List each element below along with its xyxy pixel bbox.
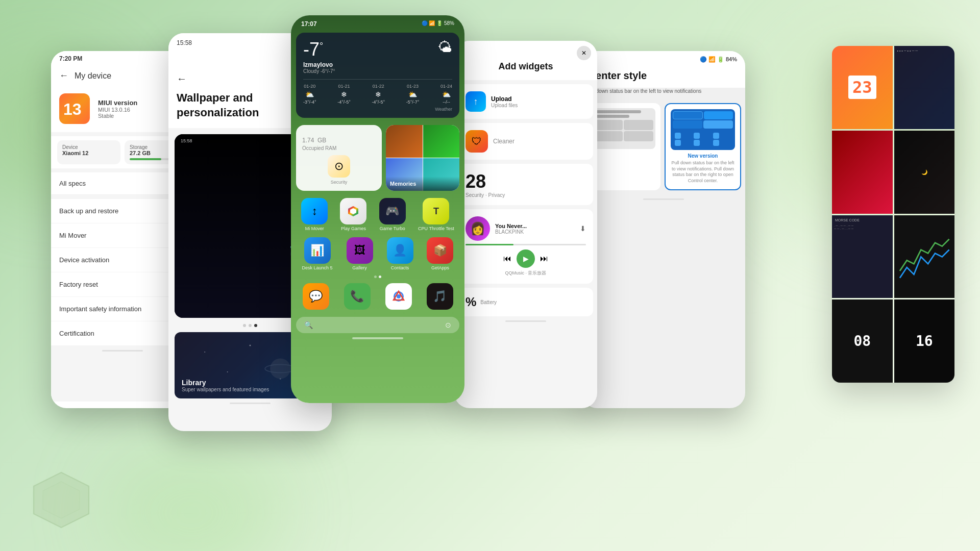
control-description: Pull down status bar on the left to view… bbox=[582, 88, 745, 99]
app-play-games[interactable]: Play Games bbox=[340, 198, 366, 231]
ram-widget[interactable]: 1.74 GB Occupied RAM ⊙ Security bbox=[296, 125, 382, 191]
app-messenger[interactable]: 💬 bbox=[303, 283, 329, 310]
control-status-icons: 🔵 📶 🔋 84% bbox=[700, 56, 737, 63]
forecast-day-4: 01-24 ⛅ --/-- bbox=[440, 84, 452, 105]
home-bottom-indicator bbox=[352, 337, 403, 339]
svg-point-4 bbox=[204, 352, 205, 353]
cpu-throttle-icon: T bbox=[423, 198, 449, 224]
cleaner-widget[interactable]: 🛡 Cleaner bbox=[458, 123, 593, 160]
game-turbo-label: Game Turbo bbox=[380, 226, 405, 231]
thumb-dark-icon: 🌙 bbox=[894, 131, 955, 214]
add-widgets-header: Add widgets bbox=[454, 41, 597, 80]
app-cpu-throttle[interactable]: T CPU Throttle Test bbox=[418, 198, 454, 231]
toggle-row-1 bbox=[673, 111, 733, 119]
device-card: Device Xiaomi 12 bbox=[57, 140, 120, 164]
home-dot-1 bbox=[374, 276, 377, 278]
app-desklaunch[interactable]: 📊 Desk Launch 5 bbox=[302, 237, 332, 270]
privacy-label: Security · Privacy bbox=[465, 192, 586, 198]
mi-search-icon: ⊙ bbox=[445, 321, 451, 329]
security-label: Security bbox=[302, 180, 376, 185]
contacts-label: Contacts bbox=[391, 265, 409, 270]
digit-display: 23 bbox=[848, 76, 876, 99]
app-getapps[interactable]: 📦 GetApps bbox=[427, 237, 453, 270]
device-card-value: Xiaomi 12 bbox=[62, 150, 115, 156]
app-phone[interactable]: 📞 bbox=[344, 283, 371, 310]
ram-icon-area: ⊙ bbox=[302, 155, 376, 178]
music-avatar: 👩 bbox=[465, 216, 490, 241]
miui-version-name: MIUI version bbox=[98, 99, 137, 107]
library-subtitle: Super wallpapers and featured images bbox=[182, 387, 269, 392]
music-widget[interactable]: 👩 You Never... BLACKPINK ⬇ ⏮ ▶ ⏭ QQMusic… bbox=[458, 209, 593, 284]
wallpaper-home-indicator bbox=[230, 403, 271, 404]
new-preview bbox=[671, 109, 735, 150]
game-turbo-icon: 🎮 bbox=[379, 198, 406, 224]
upload-widget[interactable]: ↑ Upload Upload files bbox=[458, 84, 593, 119]
storage-progress-fill bbox=[130, 158, 161, 160]
app-game-turbo[interactable]: 🎮 Game Turbo bbox=[379, 198, 406, 231]
app-contacts[interactable]: 👤 Contacts bbox=[387, 237, 413, 270]
upload-subtitle: Upload files bbox=[491, 103, 518, 108]
new-preview-items bbox=[671, 109, 735, 150]
overlay-time: 15:58 bbox=[181, 138, 192, 143]
chrome-icon bbox=[385, 283, 412, 310]
gallery-widget[interactable]: Memories Gallery bbox=[386, 125, 459, 191]
app-gallery[interactable]: 🖼 Gallery bbox=[347, 237, 373, 270]
home-dot-2 bbox=[379, 276, 381, 278]
gallery-cell-1 bbox=[386, 125, 423, 158]
preview-bar-2 bbox=[593, 115, 629, 118]
weather-widget[interactable]: -7° Izmaylovo Cloudy -6°/-7° 🌤 01-20 ⛅ -… bbox=[296, 33, 459, 118]
app-spotify[interactable]: 🎵 bbox=[427, 283, 453, 310]
music-controls: ⏮ ▶ ⏭ bbox=[465, 249, 586, 268]
preview-toggles bbox=[593, 120, 653, 130]
desklaunch-label: Desk Launch 5 bbox=[302, 265, 332, 270]
miui13-logo: 13 bbox=[59, 93, 90, 124]
thumb-cell-digits: 08 bbox=[832, 299, 893, 383]
music-artist: BLACKPINK bbox=[495, 229, 575, 235]
thumb-cell-orange: 23 bbox=[832, 46, 893, 129]
privacy-widget[interactable]: 28 Security · Privacy bbox=[458, 164, 593, 205]
screen-home: 17:07 🔵 📶 🔋 58% -7° Izmaylovo Cloudy -6°… bbox=[291, 15, 464, 403]
thumb-cell-night: 🌙 bbox=[894, 131, 955, 214]
battery-widget[interactable]: % Battery bbox=[458, 288, 593, 316]
control-option-new[interactable]: New version Pull down status bar on the … bbox=[665, 103, 741, 190]
close-widgets-button[interactable]: ✕ bbox=[577, 46, 591, 60]
app-row-1: ↕ Mi Mover bbox=[291, 195, 464, 234]
forecast-day-2: 01-22 ❄ -4°/-5° bbox=[372, 84, 385, 105]
music-next-button[interactable]: ⏭ bbox=[540, 254, 548, 263]
digit-08: 08 bbox=[853, 333, 871, 349]
home-search-bar[interactable]: 🔍 ⊙ bbox=[296, 317, 459, 333]
home-middle-row: 1.74 GB Occupied RAM ⊙ Security Memories… bbox=[291, 121, 464, 195]
control-center-header: center style bbox=[582, 66, 745, 88]
morse-code: MORSE CODE bbox=[834, 217, 891, 223]
preview-toggles-2 bbox=[593, 131, 653, 141]
music-song-title: You Never... bbox=[495, 223, 575, 229]
my-device-back-button[interactable]: ← bbox=[59, 70, 68, 81]
battery-label: Battery bbox=[480, 299, 497, 305]
home-page-dots bbox=[291, 276, 464, 278]
play-games-label: Play Games bbox=[341, 226, 366, 231]
weather-description: Cloudy -6°/-7° bbox=[303, 68, 335, 74]
weather-icon: 🌤 bbox=[438, 39, 452, 56]
classic-preview bbox=[591, 108, 655, 149]
weather-left: -7° Izmaylovo Cloudy -6°/-7° bbox=[303, 39, 335, 74]
new-version-badge: New version bbox=[671, 153, 735, 159]
wp-dot-1 bbox=[243, 324, 246, 327]
screen-control-center: 🔵 📶 🔋 84% center style Pull down status … bbox=[582, 51, 745, 408]
app-chrome[interactable] bbox=[385, 283, 412, 310]
forecast-day-3: 01-23 ⛅ -5°/-7° bbox=[406, 84, 420, 105]
mi-logo-widget: ⊙ bbox=[328, 155, 350, 178]
mi-mover-icon: ↕ bbox=[301, 198, 328, 224]
control-center-title: center style bbox=[590, 70, 647, 81]
screens-container: 7:20 PM ← My device bbox=[0, 0, 980, 551]
widgets-home-indicator bbox=[505, 320, 546, 322]
music-prev-button[interactable]: ⏮ bbox=[503, 254, 511, 263]
wallpaper-time: 15:58 bbox=[177, 39, 192, 46]
app-mi-mover[interactable]: ↕ Mi Mover bbox=[301, 198, 328, 231]
music-play-button[interactable]: ▶ bbox=[517, 249, 535, 268]
miui-version-info: MIUI version MIUI 13.0.16 Stable bbox=[98, 99, 137, 119]
screen-add-widgets: Add widgets ✕ ↑ Upload Upload files 🛡 Cl… bbox=[454, 41, 597, 408]
thumb-cell-chart bbox=[894, 215, 955, 298]
music-download-icon[interactable]: ⬇ bbox=[580, 224, 586, 233]
privacy-count: 28 bbox=[465, 171, 586, 192]
my-device-title: My device bbox=[75, 71, 111, 81]
